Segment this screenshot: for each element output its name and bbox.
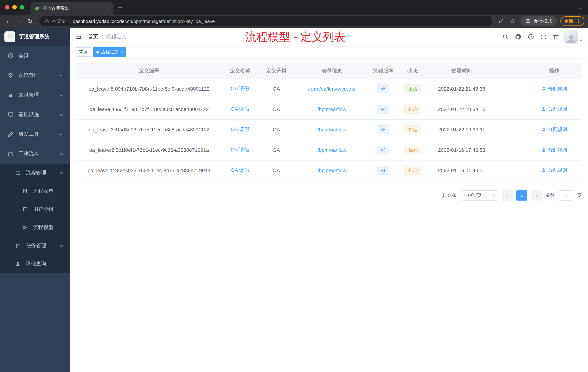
chevron-down-icon	[59, 244, 63, 248]
form-info-link[interactable]: /bpm/oa/leave/create	[308, 86, 356, 92]
reload-button[interactable]: ↻	[25, 16, 35, 26]
version-badge[interactable]: v3	[377, 125, 389, 134]
deploy-time: 2022-01-22 21:48:38	[428, 79, 495, 99]
sidebar-item-system[interactable]: ⚙ 系统管理	[0, 66, 70, 85]
sidebar-item-payment[interactable]: ¥ 支付管理	[0, 85, 70, 105]
user-menu[interactable]: ▾	[564, 30, 582, 44]
chevron-down-icon	[59, 73, 63, 77]
sidebar-item-process-model[interactable]: 流程模型	[0, 219, 70, 237]
password-key-icon[interactable]	[497, 16, 506, 26]
chevron-down-icon	[59, 93, 63, 97]
col-process-version: 流程版本	[369, 63, 398, 79]
sidebar-logo[interactable]: 芋道管理系统	[0, 28, 70, 46]
security-label[interactable]: 不安全	[52, 18, 66, 24]
status-badge: 挂起	[404, 146, 421, 154]
chrome-update-chip[interactable]: 更新 ⋮	[560, 16, 584, 26]
active-tag-dot	[96, 50, 99, 53]
col-filler	[495, 63, 527, 79]
back-button[interactable]: ←	[4, 16, 13, 26]
github-icon[interactable]	[515, 33, 521, 40]
sidebar-item-process-manage[interactable]: 流程管理	[0, 164, 70, 182]
assign-rule-link[interactable]: 分配规则	[542, 167, 567, 174]
assign-rule-link[interactable]: 分配规则	[542, 126, 567, 133]
form-info-link[interactable]: /bpm/oa/flow	[317, 147, 346, 153]
new-tab-button[interactable]: ＋	[115, 2, 125, 12]
next-page-button[interactable]: ›	[531, 190, 542, 200]
version-badge[interactable]: v2	[377, 146, 389, 154]
not-secure-warning-icon	[44, 19, 50, 24]
leave-query-icon	[15, 261, 21, 266]
definition-name-link[interactable]: OA 请假	[231, 147, 250, 153]
traffic-lights	[0, 5, 31, 10]
breadcrumb-home[interactable]: 首页	[88, 33, 98, 40]
page-size-select[interactable]: 10条/页 ▾	[462, 190, 498, 200]
address-bar[interactable]: 不安全 dashboard.yudao.iocoder.cn /bpm/mana…	[39, 16, 492, 26]
zoom-window-button[interactable]	[20, 5, 24, 10]
breadcrumb-current: 流程定义	[106, 33, 126, 40]
sidebar-item-infrastructure[interactable]: 基础设施	[0, 105, 70, 124]
tag-home[interactable]: 首页	[76, 47, 91, 57]
dev-tools-icon	[7, 131, 14, 137]
url-host: dashboard.yudao.iocoder.cn	[73, 18, 132, 24]
definition-name-link[interactable]: OA 请假	[231, 167, 250, 173]
version-badge[interactable]: v4	[377, 105, 389, 114]
definition-name-link[interactable]: OA 请假	[231, 86, 250, 91]
assign-rule-link[interactable]: 分配规则	[542, 86, 567, 92]
more-vertical-icon[interactable]: ⋮	[576, 18, 581, 24]
tab-strip: 芋道管理系统 × ＋ ⌄	[0, 0, 588, 15]
tag-close-icon[interactable]: ×	[120, 50, 123, 54]
goto-page-input[interactable]	[558, 190, 573, 200]
fullscreen-icon[interactable]	[540, 34, 546, 40]
definition-category: OA	[258, 99, 294, 119]
sidebar-item-task-manage[interactable]: 任务管理	[0, 237, 70, 255]
assign-rule-link[interactable]: 分配规则	[542, 147, 567, 153]
definition-category: OA	[258, 79, 294, 99]
sidebar-collapse-icon[interactable]	[76, 33, 82, 40]
tab-favicon-leaf-icon	[34, 6, 40, 11]
definition-name-link[interactable]: OA 请假	[231, 126, 250, 132]
col-definition-name: 定义名称	[222, 63, 258, 79]
incognito-icon	[525, 18, 531, 24]
sidebar-item-leave-query[interactable]: 请假查询	[0, 255, 70, 273]
search-icon[interactable]	[503, 34, 509, 40]
form-info-link[interactable]: /bpm/oa/flow	[317, 127, 346, 132]
dashboard-icon	[7, 53, 14, 59]
form-info-link[interactable]: /bpm/oa/flow	[317, 106, 346, 112]
caret-down-icon: ▾	[580, 38, 582, 44]
incognito-badge: 无痕模式	[521, 16, 557, 26]
sidebar-item-process-form[interactable]: 流程表单	[0, 182, 70, 200]
workflow-submenu: 流程管理 流程表单 用户分组	[0, 164, 70, 273]
sidebar-item-dev-tools[interactable]: 研发工具	[0, 124, 70, 144]
definition-name-link[interactable]: OA 请假	[231, 106, 250, 112]
version-badge[interactable]: v5	[377, 85, 389, 93]
assign-rule-link[interactable]: 分配规则	[542, 106, 567, 112]
prev-page-button[interactable]: ‹	[502, 190, 513, 200]
form-info-link[interactable]: /bpm/oa/flow	[317, 167, 346, 173]
forward-button: →	[15, 16, 24, 26]
browser-toolbar: ← → ↻ 不安全 dashboard.yudao.iocoder.cn /bp…	[0, 15, 588, 28]
url-path: /bpm/manager/definition?key=oa_leave	[132, 18, 215, 24]
close-window-button[interactable]	[5, 5, 10, 10]
sidebar-item-home[interactable]: 首页	[0, 46, 70, 66]
process-manage-icon	[15, 170, 21, 176]
tag-process-definition[interactable]: 流程定义 ×	[93, 47, 126, 57]
svg-text:?: ?	[530, 35, 532, 38]
goto-label: 前往	[546, 192, 555, 198]
tab-close-icon[interactable]: ×	[104, 5, 110, 11]
page-number-button[interactable]: 1	[516, 190, 527, 200]
sidebar-item-workflow[interactable]: 工作流程	[0, 144, 70, 164]
yen-icon: ¥	[7, 92, 14, 98]
status-badge: 激活	[404, 85, 421, 93]
version-badge[interactable]: v1	[377, 166, 389, 175]
bookmark-star-icon[interactable]: ☆	[508, 16, 517, 26]
tab-search-chevron-icon[interactable]: ⌄	[578, 5, 588, 10]
tags-view-bar: 首页 流程定义 ×	[70, 46, 588, 58]
breadcrumb: 首页 / 流程定义	[88, 33, 126, 40]
font-size-icon[interactable]: TT	[553, 34, 558, 40]
help-icon[interactable]: ?	[528, 33, 534, 40]
browser-tab[interactable]: 芋道管理系统 ×	[31, 2, 114, 15]
sidebar-item-user-group[interactable]: 用户分组	[0, 200, 70, 219]
avatar[interactable]	[564, 30, 578, 44]
table-row: oa_leave:2:3c1f0ef1-76b1-11ec-9c66-a2380…	[76, 140, 581, 160]
minimize-window-button[interactable]	[12, 5, 17, 10]
